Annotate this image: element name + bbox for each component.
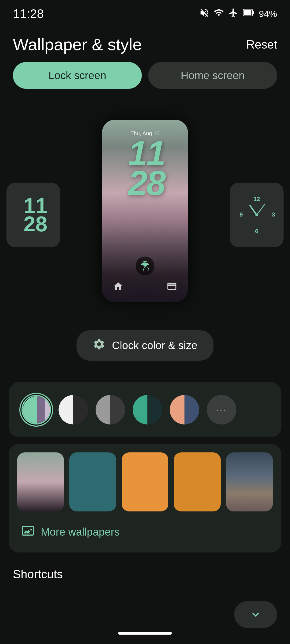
color-circles: ··· bbox=[21, 395, 269, 425]
battery-icon bbox=[243, 8, 255, 20]
svg-rect-19 bbox=[110, 395, 125, 425]
svg-rect-13 bbox=[45, 396, 51, 425]
svg-rect-24 bbox=[170, 395, 184, 425]
svg-text:9: 9 bbox=[240, 211, 243, 218]
tab-lock-screen[interactable]: Lock screen bbox=[13, 62, 142, 89]
wallpaper-thumb-3[interactable] bbox=[122, 452, 168, 511]
more-wallpapers-button[interactable]: More wallpapers bbox=[17, 520, 124, 544]
color-option-4[interactable] bbox=[133, 395, 162, 425]
svg-rect-21 bbox=[133, 395, 147, 425]
svg-rect-11 bbox=[23, 396, 37, 425]
status-icons: 94% bbox=[199, 8, 277, 20]
color-option-2[interactable] bbox=[59, 395, 88, 425]
svg-line-8 bbox=[257, 204, 265, 215]
color-option-5[interactable] bbox=[170, 395, 199, 425]
clock-color-size-button[interactable]: Clock color & size bbox=[77, 330, 213, 361]
fingerprint-icon[interactable] bbox=[136, 257, 154, 275]
wallpaper-thumb-5[interactable] bbox=[226, 452, 273, 511]
wallpaper-thumb-1[interactable] bbox=[17, 452, 64, 511]
digital-clock-display-left: 1128 bbox=[19, 197, 48, 233]
svg-point-9 bbox=[255, 214, 258, 216]
header: Wallpaper & style Reset bbox=[0, 24, 290, 62]
wallpaper-section: More wallpapers bbox=[9, 444, 281, 552]
svg-text:6: 6 bbox=[255, 228, 258, 235]
preview-section: 1128 Thu, Aug 10 1128 12 bbox=[0, 100, 290, 330]
bottom-right-button[interactable] bbox=[234, 601, 277, 628]
svg-line-7 bbox=[250, 206, 257, 215]
clock-preview-left[interactable]: 1128 bbox=[6, 183, 60, 247]
phone-preview: Thu, Aug 10 1128 bbox=[102, 120, 188, 302]
shortcuts-title: Shortcuts bbox=[13, 568, 63, 581]
color-option-more[interactable]: ··· bbox=[207, 395, 236, 425]
wallpaper-thumbnails bbox=[17, 452, 273, 511]
color-option-3[interactable] bbox=[96, 395, 125, 425]
mute-icon bbox=[199, 8, 209, 20]
clock-preview-right[interactable]: 12 3 6 9 bbox=[230, 183, 284, 247]
home-shortcut-icon bbox=[113, 281, 124, 294]
airplane-icon bbox=[228, 8, 238, 20]
clock-settings-container: Clock color & size bbox=[0, 330, 290, 371]
wallpaper-thumb-4[interactable] bbox=[174, 452, 220, 511]
gear-icon bbox=[93, 338, 106, 353]
phone-time: 1128 bbox=[102, 138, 188, 198]
svg-rect-16 bbox=[73, 395, 88, 425]
image-icon bbox=[21, 524, 34, 540]
status-bar: 11:28 94% bbox=[0, 0, 290, 24]
wifi-icon bbox=[214, 8, 224, 20]
ellipsis-icon: ··· bbox=[216, 404, 227, 415]
svg-rect-22 bbox=[147, 395, 162, 425]
svg-text:3: 3 bbox=[272, 211, 275, 218]
svg-rect-15 bbox=[59, 395, 73, 425]
shortcuts-section: Shortcuts bbox=[0, 559, 290, 590]
more-wallpapers-label: More wallpapers bbox=[41, 526, 119, 538]
svg-rect-12 bbox=[37, 396, 45, 425]
wallpaper-thumb-2[interactable] bbox=[69, 452, 116, 511]
svg-rect-18 bbox=[96, 395, 110, 425]
wallet-shortcut-icon bbox=[166, 281, 177, 294]
svg-rect-25 bbox=[184, 395, 199, 425]
reset-button[interactable]: Reset bbox=[246, 38, 277, 51]
analog-clock: 12 3 6 9 bbox=[235, 193, 278, 236]
palette-section: ··· bbox=[9, 382, 281, 437]
battery-percent: 94% bbox=[259, 9, 277, 19]
svg-text:12: 12 bbox=[253, 196, 260, 202]
tab-home-screen[interactable]: Home screen bbox=[148, 62, 277, 89]
status-time: 11:28 bbox=[13, 6, 44, 21]
svg-rect-2 bbox=[244, 10, 251, 15]
phone-shortcuts bbox=[102, 281, 188, 294]
clock-settings-label: Clock color & size bbox=[112, 339, 197, 352]
page-title: Wallpaper & style bbox=[13, 35, 142, 54]
home-indicator[interactable] bbox=[118, 632, 172, 635]
color-option-1[interactable] bbox=[21, 395, 51, 425]
svg-rect-1 bbox=[253, 11, 254, 14]
tab-bar: Lock screen Home screen bbox=[0, 62, 290, 89]
